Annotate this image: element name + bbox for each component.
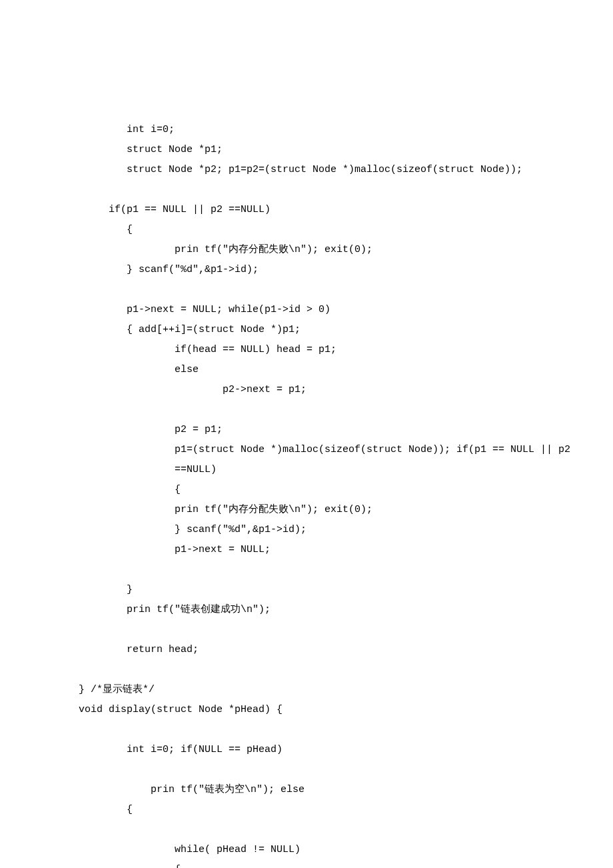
code-line: { (79, 480, 613, 500)
code-line (79, 560, 613, 580)
code-line: struct Node *p1; (79, 140, 613, 160)
code-line: if(p1 == NULL || p2 ==NULL) (79, 200, 613, 220)
code-line: else (79, 360, 613, 380)
code-line: int i=0; (79, 120, 613, 140)
code-line: prin tf("链表为空\n"); else (79, 780, 613, 800)
code-line (79, 400, 613, 420)
code-line (79, 660, 613, 680)
code-line: return head; (79, 640, 613, 660)
code-document: int i=0; struct Node *p1; struct Node *p… (0, 120, 613, 868)
code-line (79, 760, 613, 780)
code-line: void display(struct Node *pHead) { (79, 700, 613, 720)
code-line: ==NULL) (79, 460, 613, 480)
code-line (79, 720, 613, 740)
code-line: p2->next = p1; (79, 380, 613, 400)
code-line (79, 620, 613, 640)
code-line: } scanf("%d",&p1->id); (79, 520, 613, 540)
code-line: while( pHead != NULL) (79, 840, 613, 860)
code-line: } /*显示链表*/ (79, 680, 613, 700)
code-line: if(head == NULL) head = p1; (79, 340, 613, 360)
code-line: } (79, 580, 613, 600)
code-line: { add[++i]=(struct Node *)p1; (79, 320, 613, 340)
code-line (79, 180, 613, 200)
code-line: prin tf("链表创建成功\n"); (79, 600, 613, 620)
code-line: int i=0; if(NULL == pHead) (79, 740, 613, 760)
code-line: p1=(struct Node *)malloc(sizeof(struct N… (79, 440, 613, 460)
code-line: p1->next = NULL; (79, 540, 613, 560)
code-line: { (79, 220, 613, 240)
code-line (79, 280, 613, 300)
code-line (79, 820, 613, 840)
code-line: p1->next = NULL; while(p1->id > 0) (79, 300, 613, 320)
code-line: { (79, 800, 613, 820)
code-line: struct Node *p2; p1=p2=(struct Node *)ma… (79, 160, 613, 180)
code-line: p2 = p1; (79, 420, 613, 440)
code-line: } scanf("%d",&p1->id); (79, 260, 613, 280)
code-line: { (79, 860, 613, 868)
code-line: prin tf("内存分配失败\n"); exit(0); (79, 500, 613, 520)
code-line: prin tf("内存分配失败\n"); exit(0); (79, 240, 613, 260)
